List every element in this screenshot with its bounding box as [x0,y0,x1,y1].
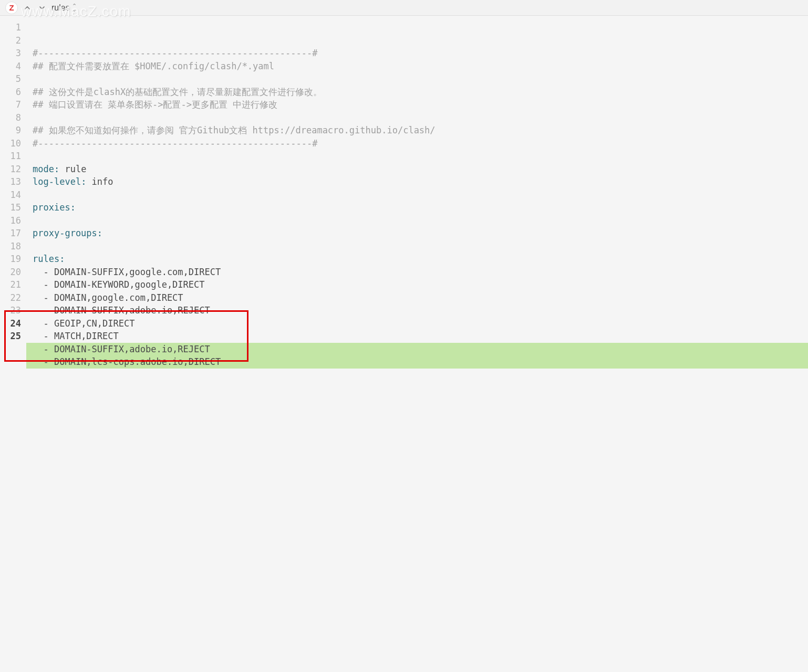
code-token: MATCH,DIRECT [54,331,119,341]
line-number: 7 [0,98,26,111]
line-number: 5 [0,72,26,86]
code-line[interactable] [26,150,808,163]
chevron-down-icon[interactable] [37,3,47,13]
code-line[interactable]: proxy-groups: [26,227,808,240]
code-line[interactable]: - DOMAIN-KEYWORD,google,DIRECT [26,278,808,291]
code-line[interactable] [26,240,808,253]
line-number: 4 [0,60,26,73]
code-token: DOMAIN,google.com,DIRECT [54,292,183,303]
breadcrumb-filename: rules [51,3,70,13]
line-number: 25 [0,330,26,343]
code-line[interactable]: - DOMAIN,lcs-cops.adobe.io,DIRECT [26,355,808,369]
code-line[interactable]: - DOMAIN,google.com,DIRECT [26,291,808,304]
line-number: 3 [0,47,26,60]
line-number: 6 [0,86,26,99]
line-number: 20 [0,266,26,279]
code-line[interactable]: ## 如果您不知道如何操作，请参阅 官方Github文档 https://dre… [26,124,808,137]
code-line[interactable]: #---------------------------------------… [26,47,808,60]
line-number: 23 [0,304,26,317]
breadcrumb-selector-icon: ⌃⌄ [72,4,77,12]
line-number: 24 [0,317,26,330]
editor-toolbar: Z rules ⌃⌄ [0,0,808,16]
code-line[interactable]: ## 配置文件需要放置在 $HOME/.config/clash/*.yaml [26,60,808,73]
code-token: info [92,176,113,187]
code-line[interactable] [26,214,808,227]
code-token: rule [65,164,86,174]
code-line[interactable]: rules: [26,253,808,266]
code-line[interactable]: - MATCH,DIRECT [26,330,808,343]
code-token: ## 这份文件是clashX的基础配置文件，请尽量新建配置文件进行修改。 [33,87,322,97]
code-token: DOMAIN,lcs-cops.adobe.io,DIRECT [54,356,221,367]
line-number: 8 [0,111,26,124]
line-number: 10 [0,137,26,150]
code-line[interactable]: - DOMAIN-SUFFIX,google.com,DIRECT [26,266,808,279]
line-number: 13 [0,175,26,188]
line-number-gutter: 1234567891011121314151617181920212223242… [0,16,26,672]
line-number: 17 [0,227,26,240]
chevron-up-icon[interactable] [22,3,33,13]
code-line[interactable]: ## 这份文件是clashX的基础配置文件，请尽量新建配置文件进行修改。 [26,86,808,99]
code-token: DOMAIN-SUFFIX,google.com,DIRECT [54,267,221,277]
code-token: DOMAIN-KEYWORD,google,DIRECT [54,279,205,290]
code-line[interactable] [26,111,808,124]
app-logo: Z [5,2,18,14]
code-line[interactable]: log-level: info [26,175,808,188]
line-number: 22 [0,291,26,304]
code-token: - [33,318,54,329]
code-token: rules [33,254,59,264]
code-line[interactable] [26,188,808,202]
code-token: : [59,254,65,264]
code-token: - [33,305,54,316]
breadcrumb[interactable]: rules ⌃⌄ [51,3,77,13]
line-number: 11 [0,150,26,163]
code-line[interactable]: mode: rule [26,163,808,176]
code-token: ## 配置文件需要放置在 $HOME/.config/clash/*.yaml [33,61,274,71]
code-token: - [33,331,54,341]
code-line[interactable]: - DOMAIN-SUFFIX,adobe.io,REJECT [26,343,808,356]
code-editor[interactable]: 1234567891011121314151617181920212223242… [0,16,808,672]
line-number: 2 [0,34,26,47]
line-number: 9 [0,124,26,137]
code-token: ## 如果您不知道如何操作，请参阅 官方Github文档 https://dre… [33,125,436,135]
line-number: 1 [0,21,26,34]
code-token: - [33,279,54,290]
code-area[interactable]: #---------------------------------------… [26,16,808,672]
code-token: - [33,344,54,354]
code-token: DOMAIN-SUFFIX,adobe.io,REJECT [54,344,210,354]
line-number: 19 [0,253,26,266]
code-token: #---------------------------------------… [33,48,317,58]
code-token: mode [33,164,54,174]
code-token: proxies [33,202,70,213]
code-line[interactable]: proxies: [26,201,808,214]
code-token: log-level [33,176,81,187]
code-line[interactable]: #---------------------------------------… [26,137,808,150]
code-token: - [33,356,54,367]
code-line[interactable] [26,72,808,86]
code-token: : [54,164,65,174]
line-number: 21 [0,278,26,291]
code-token: - [33,267,54,277]
code-line[interactable]: - GEOIP,CN,DIRECT [26,317,808,330]
code-token: - [33,292,54,303]
line-number: 15 [0,201,26,214]
line-number: 14 [0,188,26,202]
code-token: ## 端口设置请在 菜单条图标->配置->更多配置 中进行修改 [33,99,277,110]
code-token: proxy-groups [33,228,97,238]
code-token: GEOIP,CN,DIRECT [54,318,135,329]
code-token: : [97,228,102,238]
code-line[interactable]: ## 端口设置请在 菜单条图标->配置->更多配置 中进行修改 [26,98,808,111]
code-line[interactable]: - DOMAIN-SUFFIX,adobe.io,REJECT [26,304,808,317]
line-number: 18 [0,240,26,253]
line-number: 12 [0,163,26,176]
code-token: DOMAIN-SUFFIX,adobe.io,REJECT [54,305,210,316]
line-number: 16 [0,214,26,227]
code-token: : [81,176,91,187]
code-token: : [70,202,76,213]
app-logo-letter: Z [9,3,14,12]
code-token: #---------------------------------------… [33,138,317,149]
